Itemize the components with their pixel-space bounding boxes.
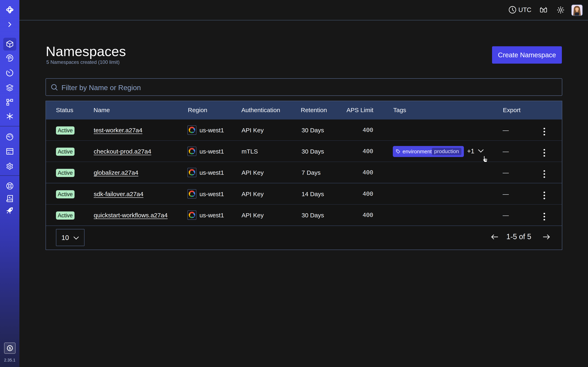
svg-text:$: $: [9, 346, 11, 350]
